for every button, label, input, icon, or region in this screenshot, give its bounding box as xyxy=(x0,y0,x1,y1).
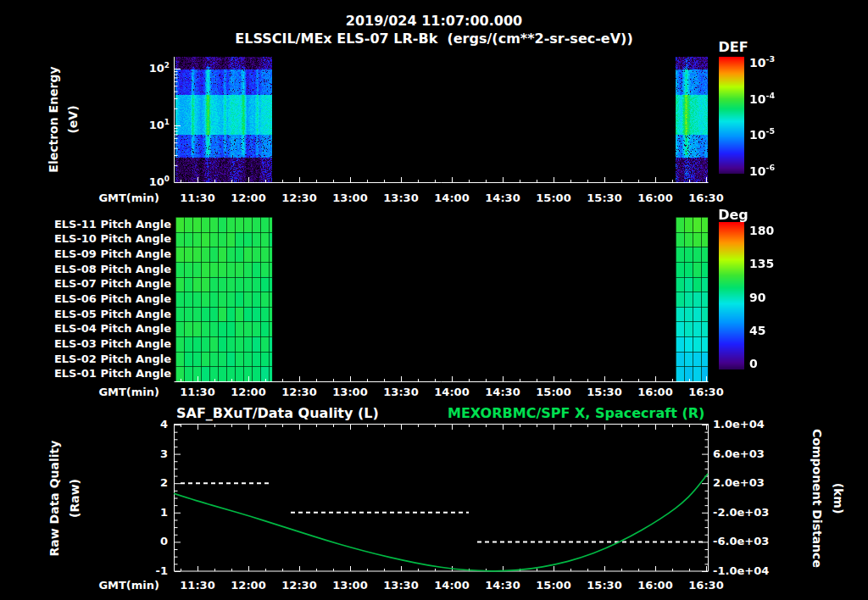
energy-tick-label: 101 xyxy=(132,118,170,131)
x-tick-label: 11:30 xyxy=(176,386,219,398)
x-tick-label: 14:30 xyxy=(481,192,524,204)
def-colorbar-tick-label: 10-5 xyxy=(749,126,797,142)
def-colorbar-tick-label: 10-3 xyxy=(749,54,797,69)
electron-energy-axis-units: (eV) xyxy=(66,105,80,133)
raw-quality-axis-label: Raw Data Quality xyxy=(47,441,61,557)
x-tick-label: 13:00 xyxy=(329,386,371,398)
x-tick-label: 12:00 xyxy=(227,386,270,398)
quality-tick-label: -1 xyxy=(132,564,168,577)
deg-colorbar-title: Deg xyxy=(716,207,750,223)
x-tick-label: 16:30 xyxy=(685,192,727,204)
x-tick-label: 15:30 xyxy=(583,192,626,204)
x-tick-label: 14:00 xyxy=(431,386,473,398)
x-tick-label: 16:00 xyxy=(634,579,676,592)
x-tick-label: 16:30 xyxy=(685,579,727,592)
x-tick-label: 14:00 xyxy=(431,579,473,592)
pitch-row-label: ELS-11 Pitch Angle xyxy=(47,218,171,231)
component-distance-axis-label: Component Distance xyxy=(810,429,824,568)
component-distance-axis-units: (km) xyxy=(832,483,845,514)
pitch-angle-heatmap xyxy=(174,217,709,382)
quality-tick-label: 0 xyxy=(132,535,168,547)
x-tick-label: 15:30 xyxy=(583,386,626,398)
gmt-label-middle: GMT(min) xyxy=(98,386,159,398)
x-tick-label: 11:30 xyxy=(176,192,219,204)
pitch-row-label: ELS-09 Pitch Angle xyxy=(47,247,171,260)
x-tick-label: 14:00 xyxy=(431,192,473,204)
x-tick-label: 12:30 xyxy=(278,579,320,592)
gmt-label-top: GMT(min) xyxy=(98,192,159,204)
distance-tick-label: 1.0e+04 xyxy=(713,418,772,431)
x-tick-label: 12:00 xyxy=(227,579,270,592)
pitch-row-label: ELS-06 Pitch Angle xyxy=(47,292,171,305)
quality-tick-label: 1 xyxy=(132,506,168,519)
deg-colorbar-tick-label: 45 xyxy=(749,324,787,337)
x-tick-label: 16:00 xyxy=(634,192,676,204)
x-tick-label: 14:30 xyxy=(481,386,524,398)
energy-tick-label: 100 xyxy=(132,175,170,188)
plot-page: 2019/024 11:07:00.000 ELSSCIL/MEx ELS-07… xyxy=(0,0,868,600)
x-tick-label: 15:00 xyxy=(532,192,575,204)
x-tick-label: 14:30 xyxy=(481,579,524,592)
distance-tick-label: 2.0e+03 xyxy=(713,476,772,489)
x-tick-label: 15:00 xyxy=(532,386,575,398)
gmt-label-bottom: GMT(min) xyxy=(98,579,159,592)
distance-tick-label: -2.0e+03 xyxy=(713,506,772,519)
raw-quality-axis-units: (Raw) xyxy=(68,479,81,518)
x-tick-label: 13:30 xyxy=(380,579,422,592)
deg-colorbar-tick-label: 90 xyxy=(749,291,787,304)
x-tick-label: 16:30 xyxy=(685,386,727,398)
spacecraft-series-title: MEXORBMC/SPF X, Spacecraft (R) xyxy=(448,405,704,421)
x-tick-label: 12:30 xyxy=(278,386,320,398)
x-tick-label: 12:00 xyxy=(227,192,270,204)
distance-tick-label: -1.0e+04 xyxy=(713,564,772,577)
energy-tick-label: 102 xyxy=(132,61,170,75)
x-tick-label: 16:00 xyxy=(634,386,676,398)
x-tick-label: 12:30 xyxy=(278,192,320,204)
pitch-row-label: ELS-07 Pitch Angle xyxy=(47,277,171,290)
def-colorbar-tick-label: 10-6 xyxy=(749,163,797,178)
deg-colorbar-tick-label: 135 xyxy=(749,257,787,270)
x-tick-label: 11:30 xyxy=(176,579,219,592)
quality-tick-label: 3 xyxy=(132,447,168,460)
deg-colorbar xyxy=(719,222,744,369)
x-tick-label: 13:00 xyxy=(329,579,371,592)
pitch-row-label: ELS-10 Pitch Angle xyxy=(47,232,171,245)
pitch-row-label: ELS-03 Pitch Angle xyxy=(47,337,171,350)
def-colorbar xyxy=(719,57,744,174)
x-tick-label: 13:30 xyxy=(380,192,422,204)
electron-energy-spectrogram xyxy=(174,57,709,183)
quality-tick-label: 4 xyxy=(132,418,168,431)
def-colorbar-title: DEF xyxy=(716,39,750,55)
quality-series-title: SAF_BXuT/Data Quality (L) xyxy=(176,405,379,421)
pitch-row-label: ELS-05 Pitch Angle xyxy=(47,308,171,320)
pitch-row-label: ELS-02 Pitch Angle xyxy=(47,353,171,365)
def-colorbar-tick-label: 10-4 xyxy=(749,91,797,106)
quality-distance-plot xyxy=(174,424,709,572)
distance-tick-label: -6.0e+03 xyxy=(713,535,772,547)
distance-tick-label: 6.0e+03 xyxy=(713,447,772,460)
x-tick-label: 13:30 xyxy=(380,386,422,398)
x-tick-label: 13:00 xyxy=(329,192,371,204)
pitch-row-label: ELS-04 Pitch Angle xyxy=(47,322,171,335)
deg-colorbar-tick-label: 180 xyxy=(749,224,787,237)
electron-energy-axis-label: Electron Energy xyxy=(47,66,60,172)
quality-tick-label: 2 xyxy=(132,476,168,489)
pitch-row-label: ELS-01 Pitch Angle xyxy=(47,367,171,380)
x-tick-label: 15:00 xyxy=(532,579,575,592)
x-tick-label: 15:30 xyxy=(583,579,626,592)
deg-colorbar-tick-label: 0 xyxy=(749,357,787,370)
timestamp-title: 2019/024 11:07:00.000 xyxy=(0,13,868,29)
pitch-row-label: ELS-08 Pitch Angle xyxy=(47,263,171,275)
